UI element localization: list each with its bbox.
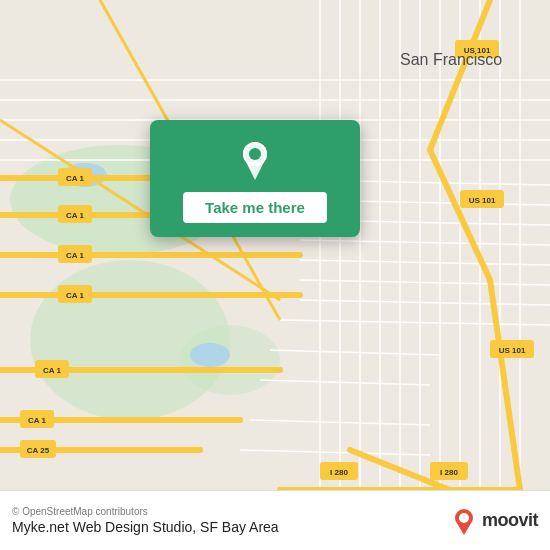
moovit-brand-text: moovit [482, 510, 538, 531]
take-me-there-button[interactable]: Take me there [183, 192, 327, 223]
svg-text:CA 1: CA 1 [43, 366, 61, 375]
svg-text:CA 1: CA 1 [28, 416, 46, 425]
location-name: Myke.net Web Design Studio, SF Bay Area [12, 519, 279, 535]
svg-point-5 [190, 343, 230, 367]
svg-point-74 [249, 148, 261, 160]
svg-text:CA 1: CA 1 [66, 174, 84, 183]
bottom-info: © OpenStreetMap contributors Myke.net We… [12, 506, 279, 535]
map-container: CA 1 CA 1 CA 1 CA 1 CA 1 CA 1 CA 25 US 1… [0, 0, 550, 490]
svg-text:CA 1: CA 1 [66, 251, 84, 260]
svg-text:CA 1: CA 1 [66, 291, 84, 300]
svg-marker-78 [458, 525, 470, 535]
svg-text:San Francisco: San Francisco [400, 51, 502, 68]
svg-text:CA 25: CA 25 [27, 446, 50, 455]
moovit-pin-icon [450, 507, 478, 535]
svg-text:I 280: I 280 [330, 468, 348, 477]
svg-text:US 101: US 101 [469, 196, 496, 205]
location-pin-icon [233, 136, 277, 180]
svg-text:I 280: I 280 [440, 468, 458, 477]
bottom-bar: © OpenStreetMap contributors Myke.net We… [0, 490, 550, 550]
svg-text:US 101: US 101 [499, 346, 526, 355]
svg-point-79 [459, 513, 469, 523]
svg-text:CA 1: CA 1 [66, 211, 84, 220]
popup-card: Take me there [150, 120, 360, 237]
attribution-text: © OpenStreetMap contributors [12, 506, 279, 517]
moovit-logo: moovit [450, 507, 538, 535]
